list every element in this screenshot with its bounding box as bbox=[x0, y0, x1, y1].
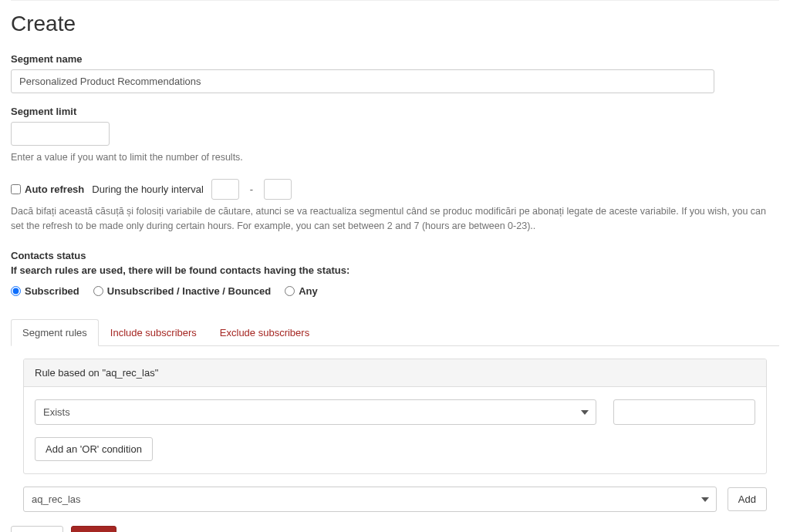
tab-include-subscribers[interactable]: Include subscribers bbox=[99, 319, 208, 346]
add-or-condition-button[interactable]: Add an 'OR' condition bbox=[35, 437, 153, 461]
interval-dash: - bbox=[250, 184, 253, 195]
contacts-status-subtext: If search rules are used, there will be … bbox=[11, 264, 779, 276]
add-field-button[interactable]: Add bbox=[728, 487, 767, 511]
page-title: Create bbox=[11, 12, 779, 36]
auto-refresh-checkbox[interactable] bbox=[11, 184, 21, 194]
tab-segment-rules[interactable]: Segment rules bbox=[11, 319, 99, 346]
rule-value-input[interactable] bbox=[613, 399, 755, 425]
interval-to-input[interactable] bbox=[264, 179, 292, 200]
contacts-status-heading: Contacts status bbox=[11, 250, 779, 261]
auto-refresh-help: Dacă bifați această căsuță și folosiți v… bbox=[11, 204, 767, 234]
status-subscribed-radio[interactable] bbox=[11, 286, 21, 296]
tab-exclude-subscribers[interactable]: Exclude subscribers bbox=[208, 319, 321, 346]
segment-limit-help: Enter a value if you want to limit the n… bbox=[11, 150, 779, 165]
status-any-radio[interactable] bbox=[285, 286, 295, 296]
rule-panel: Rule based on "aq_rec_las" Add an 'OR' c… bbox=[23, 359, 767, 474]
rule-panel-header: Rule based on "aq_rec_las" bbox=[24, 359, 766, 387]
status-subscribed-label: Subscribed bbox=[25, 285, 79, 297]
auto-refresh-label: Auto refresh bbox=[25, 184, 84, 195]
field-selector[interactable] bbox=[23, 487, 717, 512]
cancel-button[interactable]: Cancel bbox=[11, 526, 63, 532]
interval-from-input[interactable] bbox=[211, 179, 239, 200]
status-any-label: Any bbox=[299, 285, 318, 297]
rule-operator-select[interactable] bbox=[35, 399, 596, 425]
status-unsubscribed-radio[interactable] bbox=[93, 286, 103, 296]
segment-name-input[interactable] bbox=[11, 69, 714, 93]
segment-limit-label: Segment limit bbox=[11, 106, 779, 117]
save-button[interactable]: Save bbox=[71, 526, 116, 532]
segment-name-label: Segment name bbox=[11, 53, 779, 65]
segment-limit-input[interactable] bbox=[11, 122, 110, 146]
status-unsubscribed-label: Unsubscribed / Inactive / Bounced bbox=[107, 285, 271, 297]
interval-label: During the hourly interval bbox=[92, 184, 204, 195]
